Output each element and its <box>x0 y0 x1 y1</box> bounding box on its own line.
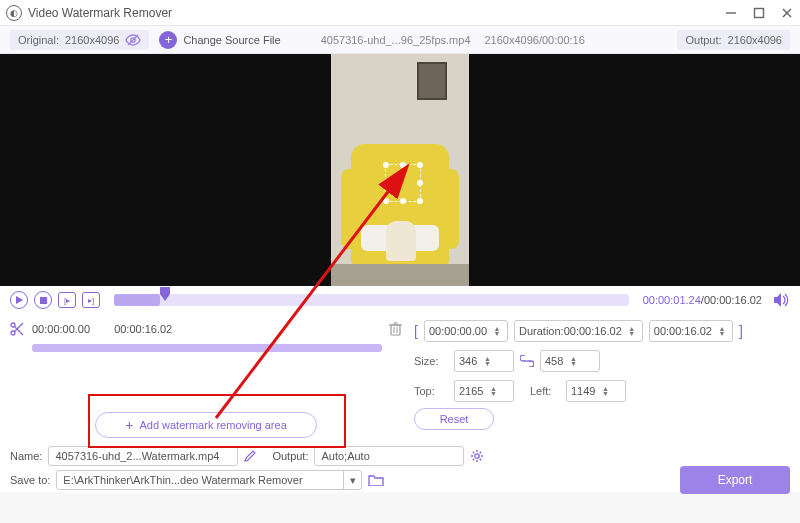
size-width-input[interactable]: 346▲▼ <box>454 350 514 372</box>
minimize-button[interactable] <box>724 6 738 20</box>
top-label: Top: <box>414 385 448 397</box>
export-button[interactable]: Export <box>680 466 790 494</box>
middle-panel: 00:00:00.00 00:00:16.02 + Add watermark … <box>0 314 800 438</box>
output-profile-label: Output: <box>272 450 308 462</box>
source-file-meta: 2160x4096/00:00:16 <box>485 34 585 46</box>
reset-button[interactable]: Reset <box>414 408 494 430</box>
svg-marker-8 <box>160 287 170 301</box>
svg-marker-9 <box>774 293 781 307</box>
original-label: Original: <box>18 34 59 46</box>
bottom-panel: Name: 4057316-uhd_2...Watermark.mp4 Outp… <box>0 438 800 492</box>
open-folder-icon[interactable] <box>368 474 384 486</box>
video-frame <box>331 54 469 286</box>
scissors-icon[interactable] <box>10 322 24 336</box>
svg-rect-1 <box>755 8 764 17</box>
output-label: Output: <box>685 34 721 46</box>
svg-rect-7 <box>40 297 47 304</box>
geometry-panel: [ 00:00:00.00▲▼ Duration:00:00:16.02▲▼ 0… <box>414 318 790 438</box>
output-res-value: 2160x4096 <box>728 34 782 46</box>
app-icon: ◐ <box>6 5 22 21</box>
play-button[interactable] <box>10 291 28 309</box>
svg-point-10 <box>11 323 15 327</box>
add-watermark-area-label: Add watermark removing area <box>139 419 286 431</box>
output-profile-input[interactable]: Auto;Auto <box>314 446 464 466</box>
plus-icon: + <box>125 417 133 433</box>
close-button[interactable] <box>780 6 794 20</box>
range-start-value: 00:00:00.00 <box>32 323 90 335</box>
window-controls <box>724 6 794 20</box>
video-preview[interactable] <box>0 54 800 286</box>
source-file-name: 4057316-uhd_...96_25fps.mp4 <box>321 34 471 46</box>
aspect-lock-icon[interactable] <box>520 355 534 367</box>
original-res-value: 2160x4096 <box>65 34 119 46</box>
duration-time: 00:00:16.02 <box>704 294 762 306</box>
output-name-input[interactable]: 4057316-uhd_2...Watermark.mp4 <box>48 446 238 466</box>
range-end-value: 00:00:16.02 <box>114 323 172 335</box>
volume-icon[interactable] <box>774 293 790 307</box>
svg-point-20 <box>475 454 479 458</box>
original-res-chip: Original: 2160x4096 <box>10 30 149 50</box>
save-path-dropdown-icon[interactable]: ▾ <box>343 471 361 489</box>
watermark-selection-box[interactable] <box>385 164 421 202</box>
clip-start-input[interactable]: 00:00:00.00▲▼ <box>424 320 508 342</box>
svg-rect-14 <box>391 325 400 335</box>
output-settings-icon[interactable] <box>470 449 484 463</box>
output-res-chip: Output: 2160x4096 <box>677 30 790 50</box>
current-time: 00:00:01.24 <box>643 294 701 306</box>
clip-end-input[interactable]: 00:00:16.02▲▼ <box>649 320 733 342</box>
stop-button[interactable] <box>34 291 52 309</box>
add-watermark-area-button[interactable]: + Add watermark removing area <box>95 412 317 438</box>
top-input[interactable]: 2165▲▼ <box>454 380 514 402</box>
svg-marker-6 <box>16 296 23 304</box>
change-source-label[interactable]: Change Source File <box>183 34 280 46</box>
delete-range-icon[interactable] <box>389 322 402 336</box>
range-start-bracket-icon[interactable]: [ <box>414 323 418 339</box>
left-label: Left: <box>530 385 560 397</box>
playhead-icon[interactable] <box>160 287 170 297</box>
clip-duration-input[interactable]: Duration:00:00:16.02▲▼ <box>514 320 643 342</box>
left-input[interactable]: 1149▲▼ <box>566 380 626 402</box>
title-bar: ◐ Video Watermark Remover <box>0 0 800 26</box>
change-source-plus-icon[interactable]: + <box>159 31 177 49</box>
save-to-label: Save to: <box>10 474 50 486</box>
size-height-input[interactable]: 458▲▼ <box>540 350 600 372</box>
save-path-input[interactable]: E:\ArkThinker\ArkThin...deo Watermark Re… <box>56 470 362 490</box>
preview-eye-icon[interactable] <box>125 34 141 46</box>
edit-name-icon[interactable] <box>244 450 256 462</box>
range-panel: 00:00:00.00 00:00:16.02 + Add watermark … <box>10 318 402 438</box>
step-back-button[interactable]: [▸ <box>58 292 76 308</box>
player-bar: [▸ ▸] 00:00:01.24/00:00:16.02 <box>0 286 800 314</box>
step-forward-button[interactable]: ▸] <box>82 292 100 308</box>
maximize-button[interactable] <box>752 6 766 20</box>
app-title: Video Watermark Remover <box>28 6 172 20</box>
name-label: Name: <box>10 450 42 462</box>
player-timeline[interactable] <box>114 294 629 306</box>
range-slider[interactable] <box>32 344 382 352</box>
size-label: Size: <box>414 355 448 367</box>
top-toolbar: Original: 2160x4096 + Change Source File… <box>0 26 800 54</box>
timecode: 00:00:01.24/00:00:16.02 <box>643 294 762 306</box>
svg-point-11 <box>11 331 15 335</box>
range-end-bracket-icon[interactable]: ] <box>739 323 743 339</box>
